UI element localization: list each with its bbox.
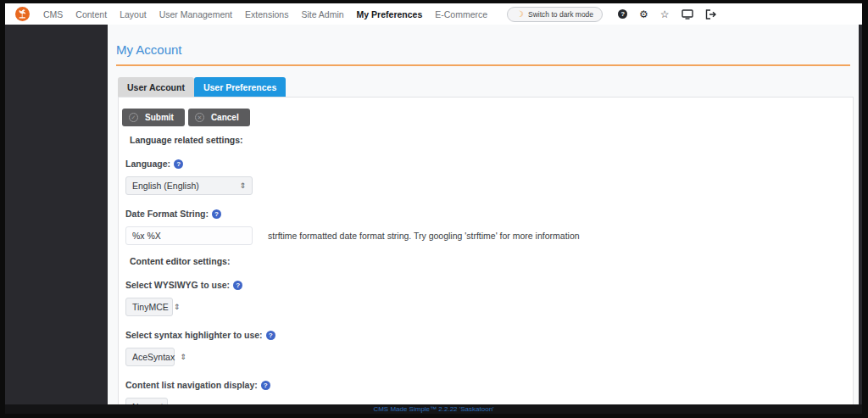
cmsms-logo-icon[interactable] xyxy=(15,7,30,21)
nav-item-e-commerce[interactable]: E-Commerce xyxy=(435,9,487,20)
user-preferences-panel: ✓ Submit ✕ Cancel Language related setti… xyxy=(118,97,854,404)
date-format-field: Date Format String: ? strftime formatted… xyxy=(125,205,843,245)
tab-bar: User Account User Preferences xyxy=(118,77,859,97)
section-language-settings: Language related settings: xyxy=(130,135,843,145)
syntax-help-icon[interactable]: ? xyxy=(266,331,275,340)
submit-button[interactable]: ✓ Submit xyxy=(122,109,185,126)
form-actions: ✓ Submit ✕ Cancel xyxy=(122,109,843,126)
nav-item-site-admin[interactable]: Site Admin xyxy=(301,9,343,20)
wysiwyg-help-icon[interactable]: ? xyxy=(233,281,242,290)
dark-mode-toggle-button[interactable]: ☽ Switch to dark mode xyxy=(507,7,603,22)
wysiwyg-select-value: TinyMCE xyxy=(132,302,169,312)
cancel-button[interactable]: ✕ Cancel xyxy=(188,109,250,126)
footer-bar: CMS Made Simple™ 2.2.22 'Saskatoon' xyxy=(5,404,862,414)
moon-icon: ☽ xyxy=(516,11,524,18)
date-format-help-icon[interactable]: ? xyxy=(212,209,221,219)
syntax-highlighter-field: Select syntax highlighter to use: ? AceS… xyxy=(125,326,843,366)
nav-display-help-icon[interactable]: ? xyxy=(261,381,270,390)
nav-display-label: Content list navigation display: ? xyxy=(125,380,270,390)
date-format-input[interactable] xyxy=(125,226,253,245)
syntax-highlighter-select[interactable]: AceSyntax ⇕ xyxy=(125,348,175,366)
select-arrows-icon: ⇕ xyxy=(174,304,181,311)
tab-user-preferences[interactable]: User Preferences xyxy=(194,77,286,97)
language-field: Language: ? English (English) ⇕ xyxy=(125,155,843,195)
navbar-icon-group: ? ⚙ ☆ xyxy=(618,9,716,20)
language-label: Language: ? xyxy=(125,159,183,169)
help-icon[interactable]: ? xyxy=(618,9,627,19)
section-editor-settings: Content editor settings: xyxy=(130,256,843,266)
syntax-select-value: AceSyntax xyxy=(132,352,175,362)
admin-viewport: CMS Content Layout User Management Exten… xyxy=(5,3,862,414)
display-icon[interactable] xyxy=(682,9,693,20)
date-format-help-text: strftime formatted date format string. T… xyxy=(268,231,580,241)
select-arrows-icon: ⇕ xyxy=(239,182,246,190)
nav-display-field: Content list navigation display: ? None … xyxy=(125,376,843,404)
check-circle-icon: ✓ xyxy=(129,113,138,122)
cancel-button-label: Cancel xyxy=(211,113,239,122)
wysiwyg-select[interactable]: TinyMCE ⇕ xyxy=(125,298,173,316)
nav-item-cms[interactable]: CMS xyxy=(43,9,63,20)
submit-button-label: Submit xyxy=(145,113,174,122)
nav-item-extensions[interactable]: Extensions xyxy=(245,9,288,20)
dark-mode-label: Switch to dark mode xyxy=(528,10,593,19)
star-icon[interactable]: ☆ xyxy=(660,9,670,20)
nav-item-content[interactable]: Content xyxy=(75,9,107,20)
date-format-label: Date Format String: ? xyxy=(125,209,221,219)
wysiwyg-field: Select WYSIWYG to use: ? TinyMCE ⇕ xyxy=(125,276,843,316)
nav-item-layout[interactable]: Layout xyxy=(120,9,147,20)
nav-item-my-preferences[interactable]: My Preferences xyxy=(357,9,423,20)
nav-display-select[interactable]: None ⇕ xyxy=(125,398,168,404)
nav-item-user-management[interactable]: User Management xyxy=(159,9,232,20)
footer-version-text: CMS Made Simple™ 2.2.22 'Saskatoon' xyxy=(373,405,493,413)
title-divider xyxy=(116,64,850,66)
content-column: My Account User Account User Preferences… xyxy=(108,25,859,404)
tab-user-account[interactable]: User Account xyxy=(118,77,194,97)
language-select-value: English (English) xyxy=(132,181,199,191)
top-navbar: CMS Content Layout User Management Exten… xyxy=(5,3,862,25)
language-select[interactable]: English (English) ⇕ xyxy=(125,176,253,195)
syntax-highlighter-label: Select syntax highlighter to use: ? xyxy=(125,330,275,340)
wysiwyg-label: Select WYSIWYG to use: ? xyxy=(125,280,242,290)
gear-icon[interactable]: ⚙ xyxy=(639,9,648,20)
x-circle-icon: ✕ xyxy=(195,113,204,122)
select-arrows-icon: ⇕ xyxy=(180,354,186,361)
language-help-icon[interactable]: ? xyxy=(174,159,183,169)
page-title: My Account xyxy=(116,42,859,57)
logout-icon[interactable] xyxy=(705,9,716,20)
